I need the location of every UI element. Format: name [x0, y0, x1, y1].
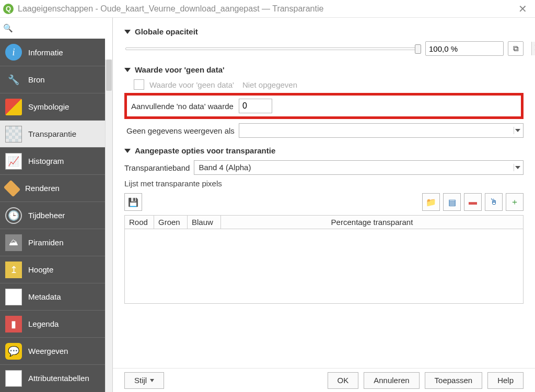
- cancel-button[interactable]: Annuleren: [364, 372, 419, 389]
- sidebar-item-symbologie[interactable]: Symbologie: [0, 93, 105, 120]
- sidebar-search[interactable]: 🔍: [0, 18, 112, 39]
- render-icon: [4, 180, 21, 197]
- section-nodata[interactable]: Waarde voor 'geen data': [124, 65, 524, 74]
- dropdown-value: [239, 124, 523, 128]
- nodata-not-given: Niet opgegeven: [242, 80, 297, 89]
- chevron-down-icon: [514, 127, 521, 134]
- dropdown-value: Band 4 (Alpha): [194, 161, 523, 174]
- col-red[interactable]: Rood: [125, 216, 154, 229]
- apply-button[interactable]: Toepassen: [425, 372, 483, 389]
- brush-icon: [5, 99, 22, 115]
- sidebar-item-metadata[interactable]: ≣ Metadata: [0, 283, 105, 310]
- sidebar-item-label: Legenda: [28, 319, 59, 328]
- sidebar-item-label: Symbologie: [28, 102, 69, 111]
- nodata-row: Waarde voor 'geen data' Niet opgegeven: [134, 79, 524, 90]
- transparency-band-label: Transparantieband: [124, 163, 190, 172]
- spin-down[interactable]: ▼: [532, 49, 535, 55]
- sidebar-item-label: Tijdbeheer: [28, 211, 65, 220]
- sidebar-item-attributentabellen[interactable]: ▦ Attributentabellen: [0, 364, 105, 391]
- nodata-label: Waarde voor 'geen data': [149, 80, 234, 89]
- pixel-list-toolbar: 💾 📁 ▤ ▬ 🖱 ＋: [124, 193, 524, 211]
- sidebar-item-bron[interactable]: 🔧 Bron: [0, 66, 105, 93]
- sidebar-item-piramiden[interactable]: ⛰ Piramiden: [0, 229, 105, 256]
- sidebar-item-label: Metadata: [28, 292, 61, 301]
- pyramids-icon: ⛰: [5, 234, 22, 251]
- button-label: OK: [338, 376, 349, 385]
- opacity-spinbox[interactable]: ▲ ▼: [425, 41, 504, 56]
- col-pct[interactable]: Percentage transparant: [221, 216, 523, 229]
- scrollbar-thumb[interactable]: [106, 60, 112, 91]
- qgis-logo-icon: [3, 4, 14, 14]
- chevron-down-icon: [124, 149, 131, 153]
- sidebar: 🔍 i Informatie 🔧 Bron Symbologie: [0, 18, 113, 392]
- spin-up[interactable]: ▲: [532, 42, 535, 49]
- sidebar-item-histogram[interactable]: 📈 Histogram: [0, 147, 105, 174]
- info-icon: i: [5, 44, 22, 61]
- open-folder-icon[interactable]: 📁: [422, 193, 440, 211]
- additional-nodata-label: Aanvullende 'no data' waarde: [131, 102, 234, 111]
- section-custom-transparency[interactable]: Aangepaste opties voor transparantie: [124, 146, 524, 155]
- sidebar-item-label: Piramiden: [28, 238, 64, 247]
- sidebar-item-informatie[interactable]: i Informatie: [0, 39, 105, 66]
- button-label: Help: [497, 376, 514, 385]
- window-title: Laageigenschappen - Oude_kaart_Veurne_do…: [18, 4, 515, 14]
- additional-nodata-input[interactable]: [239, 99, 272, 113]
- section-title: Aangepaste opties voor transparantie: [135, 146, 275, 155]
- sidebar-items: i Informatie 🔧 Bron Symbologie Transpara…: [0, 39, 105, 392]
- sidebar-scrollbar[interactable]: [105, 60, 112, 392]
- sidebar-item-label: Informatie: [28, 48, 63, 57]
- sidebar-item-hoogte[interactable]: ↥ Hoogte: [0, 256, 105, 283]
- display-nodata-as-dropdown[interactable]: [239, 123, 524, 138]
- transparent-pixels-table[interactable]: Rood Groen Blauw Percentage transparant: [124, 215, 524, 304]
- transparency-icon: [5, 126, 22, 142]
- col-blue[interactable]: Blauw: [188, 216, 221, 229]
- data-defined-override-button[interactable]: ⧉: [508, 41, 524, 56]
- search-input[interactable]: [11, 24, 111, 33]
- ok-button[interactable]: OK: [328, 372, 359, 389]
- table-icon: ▦: [5, 370, 22, 387]
- sidebar-item-renderen[interactable]: Renderen: [0, 174, 105, 201]
- sidebar-item-label: Attributentabellen: [28, 374, 89, 383]
- sidebar-item-legenda[interactable]: ▮ Legenda: [0, 310, 105, 337]
- opacity-slider[interactable]: [125, 44, 421, 53]
- button-label: Annuleren: [374, 376, 409, 385]
- legend-icon: ▮: [5, 316, 22, 332]
- sidebar-item-label: Transparantie: [28, 129, 76, 138]
- sidebar-item-label: Hoogte: [28, 265, 53, 274]
- table-header: Rood Groen Blauw Percentage transparant: [125, 216, 523, 229]
- title-bar: Laageigenschappen - Oude_kaart_Veurne_do…: [0, 0, 535, 18]
- sidebar-item-label: Weergeven: [28, 347, 68, 355]
- transparency-band-dropdown[interactable]: Band 4 (Alpha): [194, 160, 524, 175]
- section-title: Globale opaciteit: [135, 27, 198, 36]
- display-icon: 💬: [5, 343, 22, 360]
- clock-icon: 🕒: [5, 207, 22, 224]
- chevron-down-icon: [514, 164, 521, 171]
- col-green[interactable]: Groen: [154, 216, 188, 229]
- save-icon[interactable]: 💾: [124, 193, 142, 211]
- dialog-button-bar: Stijl OK Annuleren Toepassen Help: [113, 368, 535, 392]
- display-nodata-as-label: Geen gegevens weergeven als: [126, 126, 235, 135]
- add-row-icon[interactable]: ＋: [506, 193, 524, 211]
- nodata-checkbox[interactable]: [134, 79, 144, 90]
- help-button[interactable]: Help: [487, 372, 524, 389]
- sidebar-item-transparantie[interactable]: Transparantie: [0, 120, 105, 147]
- section-title: Waarde voor 'geen data': [135, 65, 225, 74]
- chevron-down-icon: [150, 379, 154, 382]
- button-label: Stijl: [134, 376, 147, 385]
- chevron-down-icon: [124, 30, 131, 34]
- pick-from-canvas-icon[interactable]: 🖱: [485, 193, 503, 211]
- chevron-down-icon: [124, 68, 131, 72]
- sidebar-item-tijdbeheer[interactable]: 🕒 Tijdbeheer: [0, 201, 105, 229]
- style-menu-button[interactable]: Stijl: [124, 372, 164, 389]
- histogram-icon: 📈: [5, 153, 22, 170]
- slider-handle[interactable]: [415, 44, 421, 54]
- button-label: Toepassen: [435, 376, 473, 385]
- transparent-pixels-label: Lijst met transparante pixels: [124, 179, 524, 188]
- section-global-opacity[interactable]: Globale opaciteit: [124, 27, 524, 36]
- sidebar-item-weergeven[interactable]: 💬 Weergeven: [0, 337, 105, 364]
- window-close-button[interactable]: ✕: [515, 2, 530, 16]
- elevation-icon: ↥: [5, 262, 22, 278]
- remove-row-icon[interactable]: ▬: [464, 193, 482, 211]
- default-values-icon[interactable]: ▤: [443, 193, 461, 211]
- sidebar-item-label: Renderen: [25, 184, 60, 193]
